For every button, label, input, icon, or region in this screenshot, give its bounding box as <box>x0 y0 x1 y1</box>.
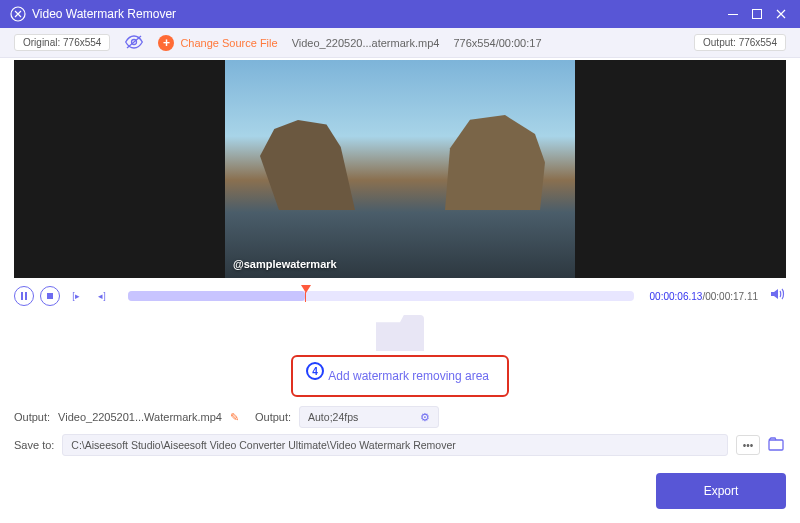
svg-rect-6 <box>25 292 27 300</box>
minimize-button[interactable] <box>724 5 742 23</box>
output-format-field[interactable]: Auto;24fps ⚙ <box>299 406 439 428</box>
player-controls: [▸ ◂] 00:00:06.13/00:00:17.11 <box>0 278 800 314</box>
svg-rect-1 <box>728 14 738 15</box>
output-file-name: Video_2205201...Watermark.mp4 <box>58 411 222 423</box>
video-preview: @samplewatermark <box>14 60 786 278</box>
close-button[interactable] <box>772 5 790 23</box>
playhead-icon[interactable] <box>305 285 315 295</box>
watermark-text: @samplewatermark <box>233 258 337 270</box>
time-display: 00:00:06.13/00:00:17.11 <box>650 291 758 302</box>
info-bar: Original: 776x554 + Change Source File V… <box>0 28 800 58</box>
stop-button[interactable] <box>40 286 60 306</box>
timeline-scrubber[interactable] <box>128 291 634 301</box>
source-filename: Video_220520...atermark.mp4 <box>292 37 440 49</box>
add-watermark-area-button[interactable]: + Add watermark removing area <box>291 355 509 397</box>
output-format-label: Output: <box>255 411 291 423</box>
gear-icon[interactable]: ⚙ <box>420 411 430 423</box>
app-title: Video Watermark Remover <box>32 7 176 21</box>
trim-end-button[interactable]: ◂] <box>92 286 112 306</box>
watermark-area-panel: 4 + Add watermark removing area <box>0 314 800 398</box>
svg-rect-8 <box>769 440 783 450</box>
output-badge: Output: 776x554 <box>694 34 786 51</box>
save-path-field: C:\Aiseesoft Studio\Aiseesoft Video Conv… <box>62 434 728 456</box>
export-button[interactable]: Export <box>656 473 786 509</box>
app-logo-icon <box>10 6 26 22</box>
pause-button[interactable] <box>14 286 34 306</box>
plus-circle-icon: + <box>158 35 174 51</box>
svg-rect-7 <box>47 293 53 299</box>
edit-filename-icon[interactable]: ✎ <box>230 411 239 424</box>
video-frame[interactable]: @samplewatermark <box>225 60 575 278</box>
volume-icon[interactable] <box>770 287 786 305</box>
source-meta: 776x554/00:00:17 <box>453 37 541 49</box>
change-source-button[interactable]: + Change Source File <box>158 35 277 51</box>
original-badge: Original: 776x554 <box>14 34 110 51</box>
output-file-label: Output: <box>14 411 50 423</box>
step-marker: 4 <box>306 362 324 380</box>
browse-button[interactable]: ••• <box>736 435 760 455</box>
preview-toggle-icon[interactable] <box>124 35 144 51</box>
maximize-button[interactable] <box>748 5 766 23</box>
svg-rect-2 <box>753 10 762 19</box>
drop-folder-icon <box>376 315 424 351</box>
open-folder-icon[interactable] <box>768 437 786 453</box>
titlebar: Video Watermark Remover <box>0 0 800 28</box>
bottom-panel: Output: Video_2205201...Watermark.mp4 ✎ … <box>0 398 800 470</box>
svg-rect-5 <box>21 292 23 300</box>
save-to-label: Save to: <box>14 439 54 451</box>
trim-start-button[interactable]: [▸ <box>66 286 86 306</box>
